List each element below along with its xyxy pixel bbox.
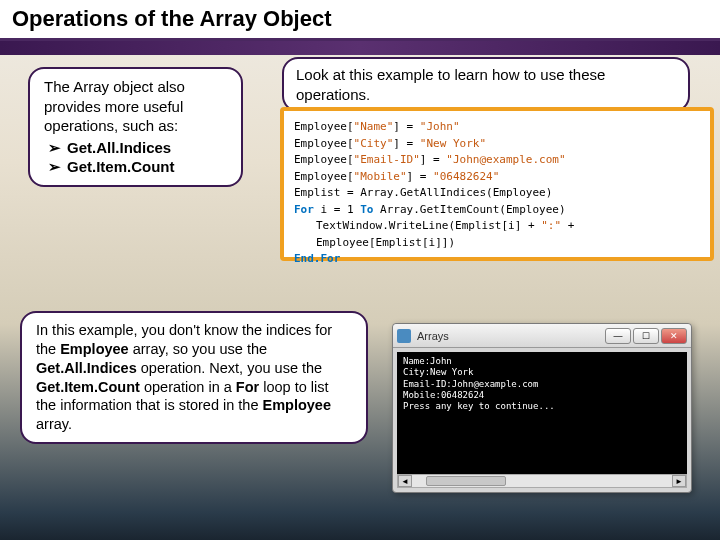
bullet-arrow-icon: ➢	[48, 158, 61, 175]
hint-text: Look at this example to learn how to use…	[296, 66, 605, 103]
console-output: Name:John City:New York Email-ID:John@ex…	[397, 352, 687, 474]
code-line: End.For	[294, 251, 700, 268]
code-line: Employee["Name"] = "John"	[294, 119, 700, 136]
slide-content: The Array object also provides more usef…	[0, 55, 720, 83]
operations-list: ➢Get.All.Indices ➢Get.Item.Count	[44, 138, 227, 177]
app-icon	[397, 329, 411, 343]
horizontal-scrollbar[interactable]: ◄ ►	[397, 474, 687, 488]
operation-name: Get.All.Indices	[67, 139, 171, 156]
list-item: ➢Get.All.Indices	[44, 138, 227, 158]
intro-box: The Array object also provides more usef…	[28, 67, 243, 187]
code-panel: Employee["Name"] = "John" Employee["City…	[280, 107, 714, 261]
minimize-button[interactable]: —	[605, 328, 631, 344]
scrollbar-thumb[interactable]	[426, 476, 506, 486]
code-line: Employee["Mobile"] = "06482624"	[294, 169, 700, 186]
slide-header: Operations of the Array Object	[0, 0, 720, 41]
code-line: Employee["Email-ID"] = "John@example.com…	[294, 152, 700, 169]
operation-name: Get.Item.Count	[67, 158, 175, 175]
code-line: Employee["City"] = "New York"	[294, 136, 700, 153]
header-accent-bar	[0, 41, 720, 55]
console-window: Arrays — ☐ ✕ Name:John City:New York Ema…	[392, 323, 692, 493]
page-title: Operations of the Array Object	[12, 6, 708, 32]
intro-text: The Array object also provides more usef…	[44, 77, 227, 136]
list-item: ➢Get.Item.Count	[44, 157, 227, 177]
maximize-button[interactable]: ☐	[633, 328, 659, 344]
window-title: Arrays	[417, 330, 603, 342]
scroll-right-icon[interactable]: ►	[672, 475, 686, 487]
bullet-arrow-icon: ➢	[48, 139, 61, 156]
code-line: For i = 1 To Array.GetItemCount(Employee…	[294, 202, 700, 219]
window-titlebar[interactable]: Arrays — ☐ ✕	[393, 324, 691, 348]
explanation-box: In this example, you don't know the indi…	[20, 311, 368, 444]
close-button[interactable]: ✕	[661, 328, 687, 344]
code-line: TextWindow.WriteLine(Emplist[i] + ":" + …	[294, 218, 700, 251]
code-line: Emplist = Array.GetAllIndices(Employee)	[294, 185, 700, 202]
scroll-left-icon[interactable]: ◄	[398, 475, 412, 487]
example-hint-box: Look at this example to learn how to use…	[282, 57, 690, 112]
